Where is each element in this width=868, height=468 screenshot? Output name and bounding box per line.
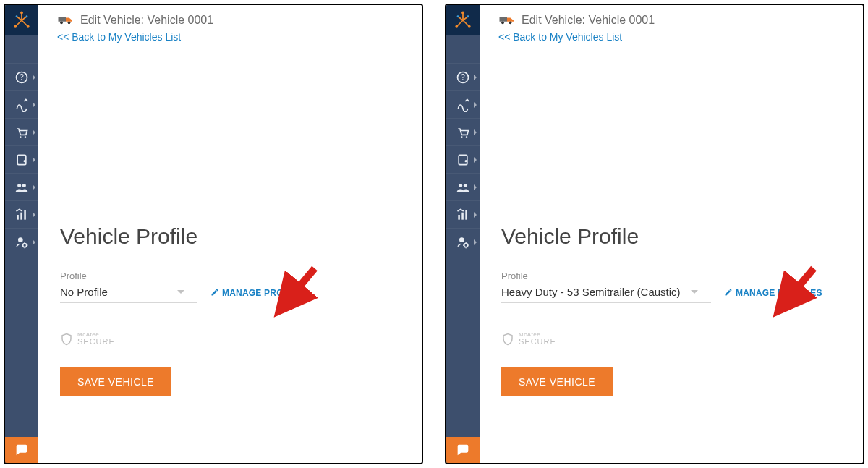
svg-point-17	[23, 243, 27, 247]
nav-addressbook[interactable]	[446, 145, 480, 173]
panel-left: ? Edit Vehicle: Vehicle 0001 << Back to …	[4, 4, 423, 464]
svg-text:?: ?	[20, 73, 24, 81]
svg-point-11	[17, 184, 21, 187]
content-area: Edit Vehicle: Vehicle 0001 << Back to My…	[480, 5, 863, 463]
svg-rect-14	[20, 212, 22, 219]
svg-point-10	[24, 160, 26, 162]
panel-right: ? Edit Vehicle: Vehicle 0001 << Back to …	[445, 4, 864, 464]
svg-rect-13	[17, 215, 19, 220]
manage-profiles-link[interactable]: MANAGE PROFILES	[724, 288, 822, 299]
save-vehicle-button[interactable]: SAVE VEHICLE	[501, 367, 613, 396]
svg-point-7	[20, 136, 22, 138]
app-logo[interactable]	[446, 5, 480, 35]
svg-point-16	[18, 237, 23, 242]
svg-point-19	[60, 21, 63, 24]
page-title: Edit Vehicle: Vehicle 0001	[80, 14, 213, 27]
svg-point-3	[16, 15, 18, 17]
back-link[interactable]: << Back to My Vehicles List	[57, 31, 181, 43]
svg-point-25	[467, 15, 469, 17]
svg-point-32	[459, 184, 462, 187]
svg-point-37	[459, 237, 464, 242]
save-vehicle-button[interactable]: SAVE VEHICLE	[60, 367, 171, 396]
svg-rect-9	[17, 155, 26, 164]
svg-point-23	[468, 25, 471, 28]
content-area: Edit Vehicle: Vehicle 0001 << Back to My…	[38, 5, 422, 463]
nav-user-settings[interactable]	[5, 228, 38, 255]
chat-button[interactable]	[5, 437, 38, 463]
truck-icon	[498, 12, 516, 28]
profile-select[interactable]: No Profile	[60, 283, 197, 303]
sidebar: ?	[5, 5, 38, 463]
page-title: Edit Vehicle: Vehicle 0001	[522, 14, 655, 27]
profile-select-value: Heavy Duty - 53 Semitrailer (Caustic)	[501, 286, 681, 298]
svg-point-41	[509, 21, 512, 24]
svg-point-8	[25, 136, 27, 138]
nav-team[interactable]	[5, 173, 38, 200]
svg-point-28	[461, 136, 463, 138]
pencil-icon	[210, 288, 219, 299]
nav-analytics[interactable]	[446, 200, 480, 228]
section-title: Vehicle Profile	[60, 224, 422, 249]
nav-orders[interactable]	[5, 118, 38, 145]
profile-select[interactable]: Heavy Duty - 53 Semitrailer (Caustic)	[501, 283, 711, 303]
chevron-down-icon	[691, 290, 698, 294]
svg-point-1	[14, 25, 17, 28]
svg-rect-36	[465, 210, 467, 219]
svg-point-2	[27, 25, 30, 28]
profile-field-label: Profile	[60, 271, 422, 281]
profile-field-label: Profile	[501, 271, 863, 281]
nav-routes[interactable]	[446, 90, 480, 118]
nav-routes[interactable]	[5, 90, 38, 118]
svg-point-33	[464, 184, 467, 187]
nav-orders[interactable]	[446, 118, 480, 145]
profile-select-value: No Profile	[60, 286, 108, 298]
svg-rect-30	[459, 155, 467, 164]
nav-team[interactable]	[446, 173, 480, 200]
nav-help[interactable]: ?	[5, 63, 38, 90]
page-title-row: Edit Vehicle: Vehicle 0001	[57, 12, 403, 28]
sidebar: ?	[446, 5, 480, 463]
mcafee-secure-badge: McAfeeSECURE	[501, 332, 863, 346]
svg-point-29	[466, 136, 468, 138]
app-logo[interactable]	[5, 5, 38, 35]
svg-text:?: ?	[461, 73, 465, 81]
chat-button[interactable]	[446, 437, 480, 463]
mcafee-secure-badge: McAfeeSECURE	[60, 332, 422, 346]
svg-point-22	[455, 25, 458, 28]
svg-rect-18	[59, 17, 67, 22]
svg-point-12	[22, 184, 26, 187]
svg-point-31	[465, 160, 467, 162]
svg-point-40	[501, 21, 504, 24]
svg-rect-39	[500, 17, 508, 22]
svg-point-21	[461, 12, 464, 14]
svg-point-24	[457, 15, 459, 17]
pencil-icon	[724, 288, 733, 299]
nav-user-settings[interactable]	[446, 228, 480, 255]
back-link[interactable]: << Back to My Vehicles List	[498, 31, 622, 43]
section-title: Vehicle Profile	[501, 224, 863, 249]
truck-icon	[57, 12, 75, 28]
manage-profiles-link[interactable]: MANAGE PROFILES	[210, 288, 309, 299]
svg-point-0	[20, 12, 23, 14]
svg-rect-15	[24, 210, 26, 219]
svg-point-4	[26, 15, 28, 17]
nav-addressbook[interactable]	[5, 145, 38, 173]
svg-point-38	[464, 243, 468, 247]
svg-rect-34	[458, 215, 460, 220]
svg-point-20	[68, 21, 71, 24]
nav-analytics[interactable]	[5, 200, 38, 228]
nav-help[interactable]: ?	[446, 63, 480, 90]
svg-rect-35	[461, 212, 464, 219]
page-title-row: Edit Vehicle: Vehicle 0001	[498, 12, 844, 28]
chevron-down-icon	[177, 290, 184, 294]
